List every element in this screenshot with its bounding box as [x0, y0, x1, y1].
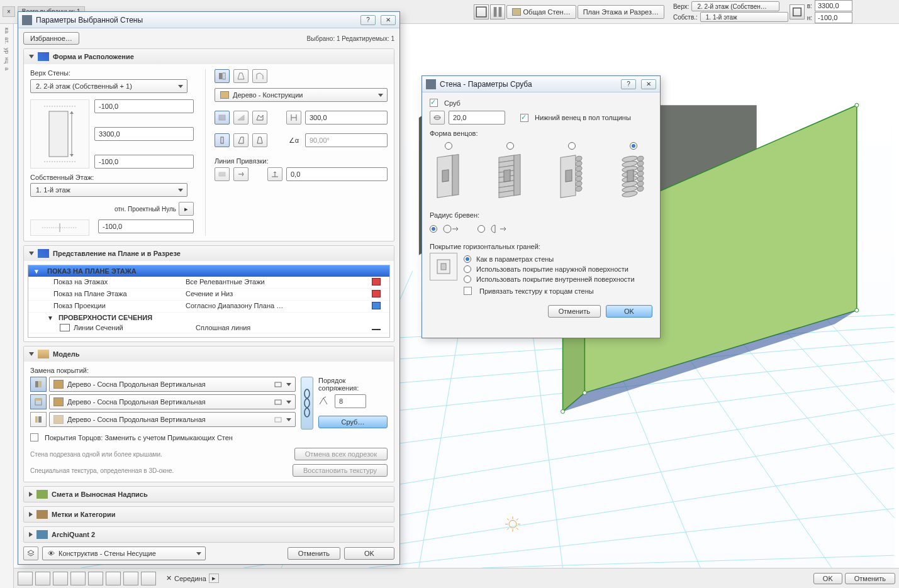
- wall-type-dropdown[interactable]: Общая Стен…: [506, 5, 576, 19]
- crown-shape-4-radio[interactable]: [630, 142, 637, 150]
- profile-flat-icon[interactable]: [215, 111, 230, 125]
- own-link-dropdown[interactable]: 1. 1-й этаж: [700, 12, 788, 22]
- end-surfaces-checkbox[interactable]: [30, 433, 38, 441]
- geom-straight-icon[interactable]: [215, 69, 230, 83]
- rel-zero-icon[interactable]: ▸: [179, 202, 194, 216]
- restore-texture-button[interactable]: Восстановить текстуру: [293, 464, 388, 477]
- refline-flip-icon[interactable]: [233, 167, 248, 181]
- layer-icon[interactable]: [23, 546, 38, 560]
- help-button[interactable]: ?: [621, 79, 636, 89]
- override-in-toggle[interactable]: [30, 412, 47, 427]
- tree-row[interactable]: Показ на ЭтажахВсе Релевантные Этажи: [28, 277, 389, 289]
- log-cancel-button[interactable]: Отменить: [548, 305, 601, 318]
- svg-point-107: [637, 181, 644, 187]
- radius-half-radio[interactable]: [477, 225, 485, 233]
- bb-icon-6[interactable]: [106, 572, 121, 585]
- crown-shape-2-radio[interactable]: [506, 142, 514, 150]
- project-zero-input[interactable]: -100,0: [98, 219, 194, 233]
- bb-icon-7[interactable]: [123, 572, 138, 585]
- slant-vertical-icon[interactable]: [215, 133, 230, 147]
- slant-two-icon[interactable]: [252, 133, 267, 147]
- profile-slant-icon[interactable]: [233, 111, 248, 125]
- help-button[interactable]: ?: [360, 15, 376, 25]
- wall-settings-titlebar[interactable]: Параметры Выбранной Стены ? ✕: [18, 12, 399, 28]
- top-link-dropdown[interactable]: 2. 2-й этаж (Собствен…: [691, 1, 779, 11]
- link-icon[interactable]: [790, 4, 805, 19]
- bb-icon-5[interactable]: [88, 572, 103, 585]
- close-button[interactable]: ✕: [381, 15, 396, 25]
- junction-input[interactable]: 8: [335, 394, 366, 408]
- tab-close[interactable]: ×: [3, 6, 15, 17]
- crown-shape-3-radio[interactable]: [568, 142, 576, 150]
- svg-rect-65: [38, 416, 42, 423]
- section-model-header[interactable]: Модель: [24, 347, 394, 362]
- tree-row[interactable]: Линии СеченийСплошная линия: [28, 323, 389, 333]
- top-offset-input[interactable]: -100,0: [94, 99, 194, 113]
- tool-icon-2[interactable]: [490, 4, 505, 19]
- section-listing-header[interactable]: Смета и Выносная Надпись: [24, 487, 394, 502]
- bottom-ok-button[interactable]: OK: [813, 573, 842, 584]
- cancel-button[interactable]: Отменить: [288, 547, 340, 560]
- bb-icon-2[interactable]: [35, 572, 50, 585]
- refline-offset-input[interactable]: 0,0: [286, 167, 388, 181]
- log-height-input[interactable]: 20,0: [449, 111, 505, 125]
- close-button[interactable]: ✕: [641, 79, 656, 89]
- override-out-toggle[interactable]: [30, 377, 47, 392]
- material-dropdown[interactable]: Дерево - Конструкции: [215, 88, 388, 102]
- half-log-checkbox[interactable]: [520, 114, 528, 122]
- coverage-wall-radio[interactable]: [464, 255, 471, 263]
- thickness-input[interactable]: 300,0: [305, 111, 388, 125]
- bind-texture-checkbox[interactable]: [464, 287, 472, 295]
- svg-rect-115: [441, 263, 446, 270]
- svg-rect-62: [35, 399, 42, 401]
- refline-type-icon[interactable]: [215, 167, 230, 181]
- tree-row[interactable]: Показ на Плане ЭтажаСечение и Низ: [28, 289, 389, 301]
- top-wall-dropdown[interactable]: 2. 2-й этаж (Собственный + 1): [30, 79, 187, 93]
- surface-in-dropdown[interactable]: Дерево - Сосна Продольная Вертикальная: [49, 412, 296, 427]
- section-tags-header[interactable]: Метки и Категории: [24, 507, 394, 522]
- svg-rect-83: [514, 155, 520, 196]
- svg-rect-50: [219, 115, 225, 120]
- bb-icon-8[interactable]: [141, 572, 156, 585]
- bottom-cancel-button[interactable]: Отменить: [845, 573, 895, 584]
- height-input[interactable]: [815, 12, 852, 23]
- width-input[interactable]: [815, 0, 852, 11]
- crown-shape-1-radio[interactable]: [445, 142, 452, 150]
- slant-one-icon[interactable]: [233, 133, 248, 147]
- tree-group-cut[interactable]: ▼ПРОВЕРХНОСТИ СЕЧЕНИЯ: [28, 313, 389, 323]
- bottom-offset-input[interactable]: -100,0: [94, 155, 194, 169]
- log-ok-button[interactable]: OK: [606, 305, 652, 318]
- log-button[interactable]: Сруб…: [318, 416, 388, 428]
- tree-row[interactable]: Показ ПроекцииСогласно Диапазону Плана …: [28, 301, 389, 313]
- chain-surfaces-toggle[interactable]: [301, 377, 313, 430]
- bb-icon-1[interactable]: [18, 572, 33, 585]
- profile-complex-icon[interactable]: [252, 111, 267, 125]
- section-archiquant-header[interactable]: ArchiQuant 2: [24, 527, 394, 542]
- layer-dropdown[interactable]: 👁 Конструктив - Стены Несущие: [42, 546, 206, 560]
- own-floor-dropdown[interactable]: 1. 1-й этаж: [30, 183, 187, 197]
- override-label: Замена покрытий:: [30, 367, 388, 374]
- plan-section-dropdown[interactable]: План Этажа и Разрез…: [578, 5, 664, 19]
- geom-trapezoid-icon[interactable]: [233, 69, 248, 83]
- surface-edge-dropdown[interactable]: Дерево - Сосна Продольная Вертикальная: [49, 394, 296, 409]
- undo-trim-button[interactable]: Отмена всех подрезок: [294, 448, 388, 460]
- radius-full-radio[interactable]: [430, 225, 437, 233]
- override-edge-toggle[interactable]: [30, 394, 47, 409]
- svg-rect-84: [504, 170, 510, 182]
- section-geometry-header[interactable]: Форма и Расположение: [24, 49, 394, 64]
- geom-poly-icon[interactable]: [252, 69, 267, 83]
- log-details-titlebar[interactable]: Стена - Параметры Сруба ? ✕: [422, 76, 660, 92]
- favorites-button[interactable]: Избранное…: [23, 32, 79, 45]
- plan-tree[interactable]: ▼ПОКАЗ НА ПЛАНЕ ЭТАЖА Показ на ЭтажахВсе…: [28, 265, 390, 338]
- ok-button[interactable]: OK: [344, 547, 394, 560]
- crown-shape-label: Форма венцов:: [430, 130, 652, 137]
- coverage-inner-radio[interactable]: [464, 275, 471, 283]
- surface-out-dropdown[interactable]: Дерево - Сосна Продольная Вертикальная: [49, 377, 296, 392]
- tree-group-floorplan[interactable]: ▼ПОКАЗ НА ПЛАНЕ ЭТАЖА: [28, 265, 389, 277]
- log-checkbox[interactable]: [430, 99, 438, 107]
- tool-icon[interactable]: [474, 4, 489, 19]
- bb-icon-3[interactable]: [53, 572, 68, 585]
- bb-icon-4[interactable]: [70, 572, 86, 585]
- wall-height-input[interactable]: 3300,0: [94, 127, 194, 141]
- coverage-outer-radio[interactable]: [464, 265, 471, 273]
